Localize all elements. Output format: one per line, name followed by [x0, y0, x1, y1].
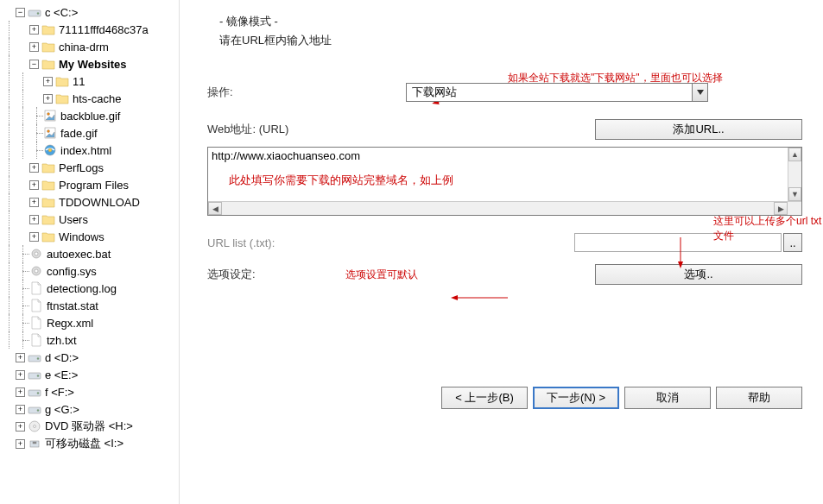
- expand-icon[interactable]: +: [29, 25, 39, 35]
- tree-item[interactable]: detectiong.log: [0, 280, 179, 297]
- tree-item-label: PerfLogs: [59, 161, 104, 174]
- expand-icon[interactable]: +: [29, 42, 39, 52]
- textarea-vscroll[interactable]: ▲ ▼: [788, 148, 801, 201]
- svg-point-21: [34, 425, 36, 428]
- action-label: 操作:: [207, 85, 337, 100]
- collapse-icon[interactable]: −: [29, 60, 39, 69]
- tree-item-label: TDDOWNLOAD: [59, 196, 140, 209]
- options-button[interactable]: 选项..: [595, 264, 802, 285]
- tree-item[interactable]: ftnstat.stat: [0, 297, 179, 314]
- svg-point-1: [37, 13, 39, 15]
- next-button[interactable]: 下一步(N) >: [533, 387, 619, 409]
- ie-icon: [43, 143, 57, 157]
- folder-icon: [41, 212, 55, 226]
- tree-item[interactable]: fade.gif: [0, 124, 179, 142]
- cancel-button[interactable]: 取消: [624, 387, 711, 409]
- tree-item[interactable]: Regx.xml: [0, 314, 179, 331]
- tree-item-label: backblue.gif: [60, 110, 120, 123]
- url-input-text: http://www.xiaochuanseo.com: [212, 149, 798, 162]
- tree-item[interactable]: +可移动磁盘 <I:>: [0, 435, 179, 452]
- tree-item[interactable]: −My Websites: [0, 55, 179, 72]
- expand-icon[interactable]: +: [16, 370, 25, 380]
- tree-item[interactable]: +hts-cache: [0, 90, 179, 107]
- folder-icon: [41, 195, 55, 209]
- folder-icon: [41, 57, 55, 71]
- tree-item[interactable]: +d <D:>: [0, 349, 179, 366]
- scroll-down-icon[interactable]: ▼: [788, 187, 801, 201]
- expand-icon[interactable]: +: [16, 439, 25, 449]
- tree-item-label: 11: [73, 75, 85, 88]
- expand-icon[interactable]: +: [29, 198, 39, 207]
- tree-item[interactable]: +Program Files: [0, 176, 179, 193]
- expand-icon[interactable]: +: [16, 387, 25, 397]
- option-label: 选项设定:: [207, 267, 337, 282]
- drive-icon: [28, 5, 41, 19]
- scroll-left-icon[interactable]: ◀: [208, 202, 222, 215]
- svg-point-19: [37, 410, 39, 412]
- tree-item[interactable]: +11: [0, 72, 179, 90]
- tree-item[interactable]: +g <G:>: [0, 400, 179, 418]
- url-list-browse-button[interactable]: ..: [783, 233, 802, 252]
- tree-item-label: Users: [59, 213, 88, 226]
- tree-item[interactable]: +Users: [0, 211, 179, 228]
- tree-item[interactable]: backblue.gif: [0, 107, 179, 124]
- url-input-hint: 此处填写你需要下载的网站完整域名，如上例: [212, 173, 798, 188]
- expand-icon[interactable]: +: [16, 422, 25, 432]
- rm-icon: [28, 437, 41, 450]
- tree-item[interactable]: +e <E:>: [0, 366, 179, 383]
- tree-item-label: ftnstat.stat: [47, 299, 98, 312]
- scroll-right-icon[interactable]: ▶: [774, 202, 788, 215]
- svg-point-11: [35, 269, 38, 273]
- svg-point-5: [47, 130, 50, 133]
- tree-item[interactable]: +f <F:>: [0, 383, 179, 400]
- url-textarea[interactable]: http://www.xiaochuanseo.com 此处填写你需要下载的网站…: [207, 147, 802, 216]
- help-button[interactable]: 帮助: [716, 387, 802, 409]
- expand-icon[interactable]: +: [29, 163, 39, 173]
- scroll-up-icon[interactable]: ▲: [788, 148, 801, 161]
- expand-icon[interactable]: +: [16, 353, 25, 362]
- tree-item-label: autoexec.bat: [47, 248, 111, 261]
- svg-point-3: [47, 113, 50, 116]
- add-url-button[interactable]: 添加URL..: [595, 119, 802, 140]
- tree-item[interactable]: −c <C:>: [0, 3, 179, 21]
- expand-icon[interactable]: +: [16, 405, 25, 414]
- tree-item[interactable]: index.html: [0, 142, 179, 159]
- tree-item-label: Regx.xml: [47, 317, 93, 330]
- action-select-dropdown[interactable]: [692, 84, 707, 101]
- tree-item[interactable]: autoexec.bat: [0, 245, 179, 262]
- action-select[interactable]: 下载网站: [406, 83, 708, 102]
- drive-icon: [28, 368, 41, 381]
- folder-icon: [41, 22, 55, 36]
- expand-icon[interactable]: +: [29, 215, 39, 224]
- tree-item-label: config.sys: [47, 265, 97, 278]
- folder-icon: [41, 161, 55, 174]
- expand-icon[interactable]: +: [43, 77, 53, 86]
- svg-point-9: [35, 252, 38, 255]
- tree-item[interactable]: +Windows: [0, 228, 179, 245]
- textarea-hscroll[interactable]: ◀ ▶: [208, 201, 801, 215]
- tree-item[interactable]: tzh.txt: [0, 331, 179, 349]
- expand-icon[interactable]: +: [29, 232, 39, 242]
- tree-item-label: DVD 驱动器 <H:>: [45, 419, 133, 434]
- cfg-icon: [29, 264, 43, 278]
- folder-icon: [41, 230, 55, 243]
- tree-item-label: g <G:>: [45, 403, 79, 416]
- tree-item[interactable]: +china-drm: [0, 38, 179, 55]
- tree-item[interactable]: +TDDOWNLOAD: [0, 193, 179, 211]
- file-icon: [29, 333, 43, 347]
- expand-icon[interactable]: +: [43, 94, 53, 104]
- expand-icon[interactable]: +: [29, 180, 39, 190]
- tree-item-label: e <E:>: [45, 369, 78, 381]
- img-icon: [43, 109, 57, 123]
- tree-item[interactable]: +71111fffd468c37a: [0, 21, 179, 38]
- tree-item[interactable]: +DVD 驱动器 <H:>: [0, 418, 179, 435]
- tree-item[interactable]: +PerfLogs: [0, 159, 179, 176]
- file-icon: [29, 316, 43, 330]
- tree-item-label: tzh.txt: [47, 334, 77, 347]
- tree-item[interactable]: config.sys: [0, 262, 179, 280]
- tree-item-label: Program Files: [59, 179, 129, 192]
- prev-button[interactable]: < 上一步(B): [441, 387, 528, 409]
- folder-tree[interactable]: −c <C:>+71111fffd468c37a+china-drm−My We…: [0, 0, 180, 504]
- url-list-input[interactable]: [574, 233, 782, 252]
- collapse-icon[interactable]: −: [16, 8, 25, 17]
